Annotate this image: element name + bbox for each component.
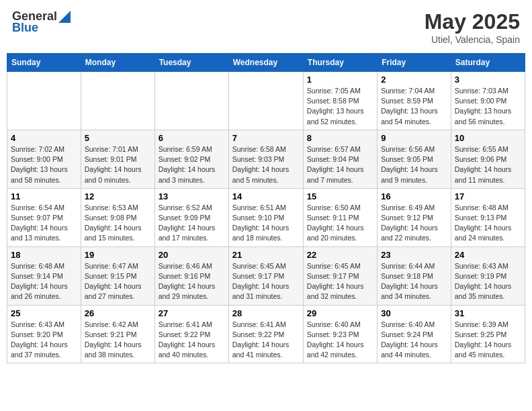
day-info: Sunrise: 6:41 AM Sunset: 9:22 PM Dayligh… [232, 320, 300, 361]
day-number: 23 [381, 250, 447, 260]
header-friday: Friday [378, 54, 451, 72]
day-info: Sunrise: 6:48 AM Sunset: 9:14 PM Dayligh… [11, 261, 77, 302]
day-cell: 24Sunrise: 6:43 AM Sunset: 9:19 PM Dayli… [451, 246, 525, 305]
day-number: 15 [307, 191, 373, 201]
day-cell: 16Sunrise: 6:49 AM Sunset: 9:12 PM Dayli… [378, 188, 451, 246]
day-number: 31 [455, 308, 521, 318]
day-cell [154, 72, 228, 130]
day-number: 19 [85, 250, 151, 260]
day-number: 26 [85, 308, 151, 318]
day-number: 10 [455, 133, 521, 143]
day-cell [7, 72, 81, 130]
day-cell: 29Sunrise: 6:40 AM Sunset: 9:23 PM Dayli… [303, 305, 377, 363]
day-info: Sunrise: 6:43 AM Sunset: 9:19 PM Dayligh… [455, 261, 521, 302]
day-cell: 8Sunrise: 6:57 AM Sunset: 9:04 PM Daylig… [303, 130, 377, 188]
day-info: Sunrise: 6:54 AM Sunset: 9:07 PM Dayligh… [11, 203, 77, 244]
day-cell: 18Sunrise: 6:48 AM Sunset: 9:14 PM Dayli… [7, 246, 81, 305]
day-number: 27 [159, 308, 225, 318]
day-info: Sunrise: 7:02 AM Sunset: 9:00 PM Dayligh… [11, 144, 77, 185]
logo-blue: Blue [12, 21, 38, 35]
day-cell: 19Sunrise: 6:47 AM Sunset: 9:15 PM Dayli… [81, 246, 154, 305]
day-info: Sunrise: 6:40 AM Sunset: 9:23 PM Dayligh… [307, 320, 373, 361]
day-info: Sunrise: 6:47 AM Sunset: 9:15 PM Dayligh… [85, 261, 151, 302]
day-number: 9 [381, 133, 447, 143]
day-info: Sunrise: 6:45 AM Sunset: 9:17 PM Dayligh… [232, 261, 300, 302]
day-info: Sunrise: 6:53 AM Sunset: 9:08 PM Dayligh… [85, 203, 151, 244]
day-number: 14 [232, 191, 300, 201]
day-info: Sunrise: 6:44 AM Sunset: 9:18 PM Dayligh… [381, 261, 447, 302]
location-title: Utiel, Valencia, Spain [425, 34, 520, 45]
day-cell: 28Sunrise: 6:41 AM Sunset: 9:22 PM Dayli… [228, 305, 303, 363]
day-cell: 26Sunrise: 6:42 AM Sunset: 9:21 PM Dayli… [81, 305, 154, 363]
day-cell: 1Sunrise: 7:05 AM Sunset: 8:58 PM Daylig… [303, 72, 377, 130]
day-cell: 21Sunrise: 6:45 AM Sunset: 9:17 PM Dayli… [228, 246, 303, 305]
week-row-5: 25Sunrise: 6:43 AM Sunset: 9:20 PM Dayli… [7, 305, 525, 363]
day-cell: 7Sunrise: 6:58 AM Sunset: 9:03 PM Daylig… [228, 130, 303, 188]
day-number: 7 [232, 133, 300, 143]
day-info: Sunrise: 6:42 AM Sunset: 9:21 PM Dayligh… [85, 320, 151, 361]
day-cell: 14Sunrise: 6:51 AM Sunset: 9:10 PM Dayli… [228, 188, 303, 246]
day-number: 22 [307, 250, 373, 260]
day-cell: 11Sunrise: 6:54 AM Sunset: 9:07 PM Dayli… [7, 188, 81, 246]
day-info: Sunrise: 6:43 AM Sunset: 9:20 PM Dayligh… [11, 320, 77, 361]
day-number: 5 [85, 133, 151, 143]
day-cell: 5Sunrise: 7:01 AM Sunset: 9:01 PM Daylig… [81, 130, 154, 188]
day-number: 8 [307, 133, 373, 143]
day-info: Sunrise: 7:01 AM Sunset: 9:01 PM Dayligh… [85, 144, 151, 185]
day-info: Sunrise: 6:58 AM Sunset: 9:03 PM Dayligh… [232, 144, 300, 185]
day-info: Sunrise: 7:05 AM Sunset: 8:58 PM Dayligh… [307, 86, 373, 127]
header-monday: Monday [81, 54, 154, 72]
month-title: May 2025 [425, 9, 520, 34]
week-row-1: 1Sunrise: 7:05 AM Sunset: 8:58 PM Daylig… [7, 72, 525, 130]
svg-marker-0 [58, 11, 71, 23]
day-cell: 6Sunrise: 6:59 AM Sunset: 9:02 PM Daylig… [154, 130, 228, 188]
day-number: 11 [11, 191, 77, 201]
day-info: Sunrise: 6:50 AM Sunset: 9:11 PM Dayligh… [307, 203, 373, 244]
day-number: 2 [381, 75, 447, 85]
day-number: 6 [159, 133, 225, 143]
day-info: Sunrise: 6:48 AM Sunset: 9:13 PM Dayligh… [455, 203, 521, 244]
day-info: Sunrise: 6:57 AM Sunset: 9:04 PM Dayligh… [307, 144, 373, 185]
day-number: 21 [232, 250, 300, 260]
week-row-3: 11Sunrise: 6:54 AM Sunset: 9:07 PM Dayli… [7, 188, 525, 246]
logo: General Blue [12, 9, 71, 35]
day-cell: 12Sunrise: 6:53 AM Sunset: 9:08 PM Dayli… [81, 188, 154, 246]
day-number: 25 [11, 308, 77, 318]
day-cell: 3Sunrise: 7:03 AM Sunset: 9:00 PM Daylig… [451, 72, 525, 130]
header-saturday: Saturday [451, 54, 525, 72]
header-wednesday: Wednesday [228, 54, 303, 72]
day-cell [228, 72, 303, 130]
header-thursday: Thursday [303, 54, 377, 72]
day-cell: 2Sunrise: 7:04 AM Sunset: 8:59 PM Daylig… [378, 72, 451, 130]
calendar-header-row: SundayMondayTuesdayWednesdayThursdayFrid… [7, 54, 525, 72]
day-cell: 25Sunrise: 6:43 AM Sunset: 9:20 PM Dayli… [7, 305, 81, 363]
day-cell: 22Sunrise: 6:45 AM Sunset: 9:17 PM Dayli… [303, 246, 377, 305]
day-number: 20 [159, 250, 225, 260]
header-tuesday: Tuesday [154, 54, 228, 72]
day-cell: 20Sunrise: 6:46 AM Sunset: 9:16 PM Dayli… [154, 246, 228, 305]
day-number: 16 [381, 191, 447, 201]
week-row-4: 18Sunrise: 6:48 AM Sunset: 9:14 PM Dayli… [7, 246, 525, 305]
day-info: Sunrise: 6:56 AM Sunset: 9:05 PM Dayligh… [381, 144, 447, 185]
day-info: Sunrise: 6:46 AM Sunset: 9:16 PM Dayligh… [159, 261, 225, 302]
day-info: Sunrise: 6:39 AM Sunset: 9:25 PM Dayligh… [455, 320, 521, 361]
day-info: Sunrise: 6:41 AM Sunset: 9:22 PM Dayligh… [159, 320, 225, 361]
day-cell: 27Sunrise: 6:41 AM Sunset: 9:22 PM Dayli… [154, 305, 228, 363]
day-number: 18 [11, 250, 77, 260]
day-number: 17 [455, 191, 521, 201]
day-number: 13 [159, 191, 225, 201]
day-cell: 30Sunrise: 6:40 AM Sunset: 9:24 PM Dayli… [378, 305, 451, 363]
day-number: 3 [455, 75, 521, 85]
header-sunday: Sunday [7, 54, 81, 72]
day-number: 24 [455, 250, 521, 260]
day-cell: 9Sunrise: 6:56 AM Sunset: 9:05 PM Daylig… [378, 130, 451, 188]
day-cell: 17Sunrise: 6:48 AM Sunset: 9:13 PM Dayli… [451, 188, 525, 246]
day-cell [81, 72, 154, 130]
day-cell: 15Sunrise: 6:50 AM Sunset: 9:11 PM Dayli… [303, 188, 377, 246]
day-info: Sunrise: 6:55 AM Sunset: 9:06 PM Dayligh… [455, 144, 521, 185]
title-area: May 2025 Utiel, Valencia, Spain [425, 9, 520, 45]
day-number: 12 [85, 191, 151, 201]
day-number: 28 [232, 308, 300, 318]
day-number: 30 [381, 308, 447, 318]
day-number: 1 [307, 75, 373, 85]
